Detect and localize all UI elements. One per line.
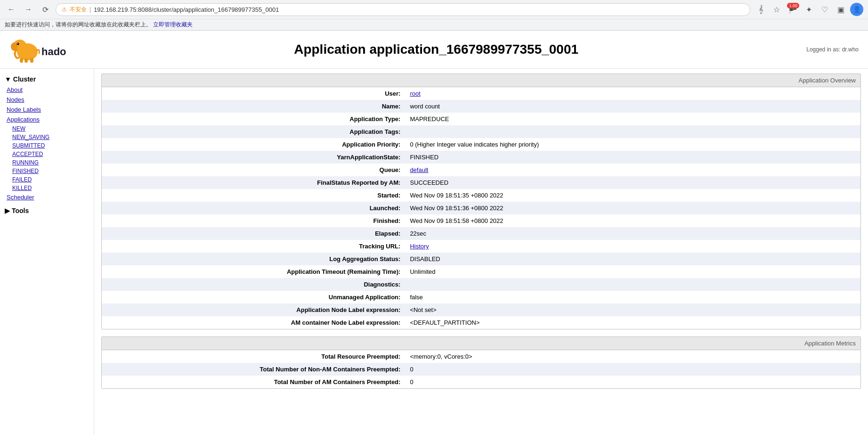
- sidebar-item-nodes[interactable]: Nodes: [0, 95, 94, 105]
- row-value: [405, 125, 860, 138]
- row-label: Log Aggregation Status:: [102, 253, 405, 265]
- row-value[interactable]: default: [405, 164, 860, 176]
- table-row: Application Tags:: [102, 125, 860, 138]
- row-value: Wed Nov 09 18:51:58 +0800 2022: [405, 214, 860, 227]
- application-overview-header: Application Overview: [102, 74, 860, 87]
- sidebar-sublink-new-saving[interactable]: NEW_SAVING: [0, 133, 94, 141]
- row-value: <Not set>: [405, 304, 860, 316]
- row-value: word count: [405, 100, 860, 113]
- row-value: 0 (Higher Integer value indicates higher…: [405, 138, 860, 151]
- row-value: 0: [405, 363, 860, 376]
- row-value: MAPREDUCE: [405, 113, 860, 125]
- sidebar-item-scheduler[interactable]: Scheduler: [0, 192, 94, 202]
- favorites-star-button[interactable]: ♡: [818, 3, 831, 16]
- favorites-button[interactable]: ☆: [770, 3, 783, 16]
- row-value: <memory:0, vCores:0>: [405, 350, 860, 363]
- sidebar: ▼ Cluster About Nodes Node Labels Applic…: [0, 69, 94, 435]
- tools-section-header[interactable]: ▶ Tools: [0, 205, 94, 216]
- row-label: Diagnostics:: [102, 278, 405, 291]
- row-value-link[interactable]: root: [410, 90, 420, 97]
- row-label: Total Number of AM Containers Preempted:: [102, 376, 405, 388]
- row-value[interactable]: History: [405, 240, 860, 253]
- row-value: false: [405, 291, 860, 304]
- cluster-section-header[interactable]: ▼ Cluster: [0, 74, 94, 85]
- back-button[interactable]: ←: [5, 3, 18, 16]
- row-value: 22sec: [405, 227, 860, 240]
- reader-mode-button[interactable]: 𝄞: [754, 3, 767, 16]
- page-header: hadoop Application application_166798997…: [0, 31, 868, 69]
- manage-bookmarks-link[interactable]: 立即管理收藏夹: [153, 21, 193, 28]
- table-row: Application Type:MAPREDUCE: [102, 113, 860, 125]
- sidebar-sublink-submitted[interactable]: SUBMITTED: [0, 141, 94, 150]
- svg-point-4: [17, 43, 18, 44]
- extensions-button[interactable]: ✦: [802, 3, 815, 16]
- row-label: User:: [102, 87, 405, 100]
- main-layout: ▼ Cluster About Nodes Node Labels Applic…: [0, 69, 868, 435]
- row-label: YarnApplicationState:: [102, 151, 405, 164]
- sidebar-sublink-finished[interactable]: FINISHED: [0, 167, 94, 175]
- tools-label: Tools: [12, 207, 29, 214]
- row-label: Queue:: [102, 164, 405, 176]
- row-label: Name:: [102, 100, 405, 113]
- row-label: Launched:: [102, 202, 405, 214]
- row-value: DISABLED: [405, 253, 860, 265]
- row-label: Application Node Label expression:: [102, 304, 405, 316]
- refresh-button[interactable]: ⟳: [39, 3, 52, 16]
- sidebar-sublink-failed[interactable]: FAILED: [0, 175, 94, 184]
- table-row: Launched:Wed Nov 09 18:51:36 +0800 2022: [102, 202, 860, 214]
- tools-arrow-icon: ▶: [5, 207, 10, 214]
- row-value: 0: [405, 376, 860, 388]
- table-row: AM container Node Label expression:<DEFA…: [102, 316, 860, 329]
- row-label: Application Tags:: [102, 125, 405, 138]
- cluster-arrow-icon: ▼: [5, 75, 11, 83]
- table-row: Started:Wed Nov 09 18:51:35 +0800 2022: [102, 189, 860, 202]
- table-row: Application Timeout (Remaining Time):Unl…: [102, 265, 860, 278]
- sidebar-sublink-accepted[interactable]: ACCEPTED: [0, 150, 94, 158]
- row-label: Application Timeout (Remaining Time):: [102, 265, 405, 278]
- table-row: Unmanaged Application:false: [102, 291, 860, 304]
- separator: |: [89, 6, 91, 13]
- table-row: Application Priority:0 (Higher Integer v…: [102, 138, 860, 151]
- row-label: Tracking URL:: [102, 240, 405, 253]
- page-title: Application application_1667989977355_00…: [66, 42, 806, 57]
- browser-chrome: ← → ⟳ ⚠ 不安全 | 192.168.219.75:8088/cluste…: [0, 0, 868, 31]
- security-label: 不安全: [70, 6, 87, 14]
- collections-button[interactable]: 🏴 1.00: [786, 3, 799, 16]
- forward-button[interactable]: →: [22, 3, 35, 16]
- sidebar-item-about[interactable]: About: [0, 85, 94, 95]
- row-value: <DEFAULT_PARTITION>: [405, 316, 860, 329]
- table-row: Total Resource Preempted:<memory:0, vCor…: [102, 350, 860, 363]
- table-row: Application Node Label expression:<Not s…: [102, 304, 860, 316]
- row-label: AM container Node Label expression:: [102, 316, 405, 329]
- row-value[interactable]: root: [405, 87, 860, 100]
- table-row: Tracking URL:History: [102, 240, 860, 253]
- sidebar-sublink-killed[interactable]: KILLED: [0, 184, 94, 192]
- svg-rect-6: [24, 58, 28, 63]
- row-label: Elapsed:: [102, 227, 405, 240]
- row-value: [405, 278, 860, 291]
- row-label: Application Type:: [102, 113, 405, 125]
- application-overview-card: Application Overview User:rootName:word …: [101, 74, 861, 329]
- row-value-link[interactable]: History: [410, 243, 429, 250]
- security-icon: ⚠: [62, 6, 67, 13]
- cluster-label: Cluster: [13, 75, 36, 83]
- table-row: YarnApplicationState:FINISHED: [102, 151, 860, 164]
- sidebar-sublink-running[interactable]: RUNNING: [0, 158, 94, 167]
- split-screen-button[interactable]: ▣: [834, 3, 847, 16]
- svg-rect-7: [30, 58, 33, 63]
- sidebar-item-applications[interactable]: Applications: [0, 115, 94, 124]
- application-metrics-card: Application Metrics Total Resource Preem…: [101, 337, 861, 389]
- table-row: Diagnostics:: [102, 278, 860, 291]
- row-value: Wed Nov 09 18:51:36 +0800 2022: [405, 202, 860, 214]
- url-text: 192.168.219.75:8088/cluster/app/applicat…: [94, 6, 279, 13]
- address-bar[interactable]: ⚠ 不安全 | 192.168.219.75:8088/cluster/app/…: [56, 3, 750, 16]
- table-row: Queue:default: [102, 164, 860, 176]
- row-value: Unlimited: [405, 265, 860, 278]
- table-row: FinalStatus Reported by AM:SUCCEEDED: [102, 176, 860, 189]
- row-value-link[interactable]: default: [410, 166, 428, 173]
- sidebar-item-node-labels[interactable]: Node Labels: [0, 105, 94, 115]
- bookmark-text: 如要进行快速访问，请将你的网址收藏放在此收藏夹栏上。: [5, 21, 152, 28]
- profile-avatar[interactable]: 👤: [850, 3, 863, 16]
- row-label: Total Resource Preempted:: [102, 350, 405, 363]
- sidebar-sublink-new[interactable]: NEW: [0, 124, 94, 133]
